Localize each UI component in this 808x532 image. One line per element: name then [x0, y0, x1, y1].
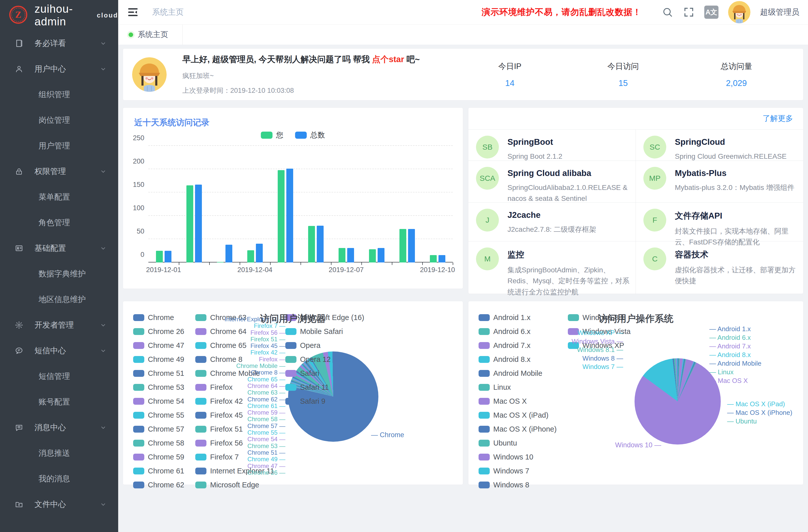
menu-fold-icon[interactable] [127, 6, 139, 18]
bar-您[interactable] [400, 229, 406, 262]
learn-more-link[interactable]: 了解更多 [763, 113, 793, 124]
sidebar-item-消息推送[interactable]: 消息推送 [0, 440, 118, 466]
bar-总数[interactable] [286, 169, 293, 262]
tech-title: Spring Cloud alibaba [508, 168, 629, 178]
legend-item-Safari 9[interactable]: Safari 9 [285, 397, 364, 405]
bar-总数[interactable] [256, 244, 263, 262]
bar-您[interactable] [186, 185, 193, 262]
sidebar-item-菜单配置[interactable]: 菜单配置 [0, 184, 118, 210]
legend-item-Mac OS X (iPhone)[interactable]: Mac OS X (iPhone) [479, 425, 557, 433]
legend-item-Safari 11[interactable]: Safari 11 [285, 383, 364, 391]
tech-card-文件存储API[interactable]: F文件存储API封装文件接口，实现本地存储、阿里云、FastDFS存储的配置化 [636, 203, 803, 241]
bar-您[interactable] [247, 250, 254, 262]
visit-chart-title: 近十天系统访问记录 [134, 117, 209, 128]
bar-总数[interactable] [378, 248, 384, 262]
bar-您[interactable] [430, 255, 437, 262]
legend-label: Mac OS X [493, 397, 527, 405]
slice-label-Windows 8: Windows 8 — [512, 354, 623, 363]
tech-card-J2cache[interactable]: JJ2cacheJ2cache2.7.8: 二级缓存框架 [469, 203, 636, 241]
sidebar-item-短信中心[interactable]: 短信中心 [0, 338, 118, 363]
bar-您[interactable] [308, 226, 315, 262]
tech-card-容器技术[interactable]: C容器技术虚拟化容器技术，让迁移、部署更加方便快捷 [636, 241, 803, 294]
bar-您[interactable] [338, 248, 345, 262]
slice-label-Firefox 56: Firefox 56 — [171, 329, 285, 336]
legend-item-Safari[interactable]: Safari [285, 369, 364, 378]
legend-swatch [133, 412, 144, 419]
sidebar-item-务必详看[interactable]: 务必详看 [0, 31, 118, 56]
bar-总数[interactable] [165, 251, 171, 262]
tech-card-监控[interactable]: M监控集成SpringBootAdmin、Zipkin、Redis、Mysql、… [469, 241, 636, 294]
book-icon [15, 39, 23, 48]
sidebar-item-文件中心[interactable]: 文件中心 [0, 491, 118, 517]
sidebar-item-角色管理[interactable]: 角色管理 [0, 210, 118, 235]
sidebar-item-label: 菜单配置 [39, 192, 70, 202]
legend-swatch [261, 132, 273, 139]
star-link[interactable]: 点个star [372, 55, 404, 64]
legend-item-Opera 12[interactable]: Opera 12 [285, 355, 364, 364]
pie-label-cluster: — Android 1.x— Android 6.x— Android 7.x—… [709, 325, 761, 385]
sidebar-item-消息中心[interactable]: 消息中心 [0, 415, 118, 440]
bar-您[interactable] [369, 249, 376, 262]
slice-label-Mac OS X: — Mac OS X [709, 376, 761, 385]
sidebar-item-账号配置[interactable]: 账号配置 [0, 389, 118, 415]
sidebar-item-短信管理[interactable]: 短信管理 [0, 363, 118, 389]
tab-system-home[interactable]: 系统主页 [118, 24, 183, 44]
pie-label-cluster: — Mac OS X (iPad)— Mac OS X (iPhone)— Ub… [727, 400, 792, 425]
bar-您[interactable] [156, 251, 163, 262]
tech-card-Spring Cloud alibaba[interactable]: SCASpring Cloud alibabaSpringCloudAlibab… [469, 161, 636, 203]
bar-group-2019-12-02 [179, 146, 209, 262]
legend-swatch [479, 426, 490, 433]
legend-item-Chrome 62[interactable]: Chrome 62 [133, 481, 184, 489]
legend-swatch [285, 342, 296, 349]
app-logo[interactable]: Z zuihou-admin cloud [0, 0, 118, 31]
slice-label-Android 1.x: — Android 1.x [709, 325, 761, 333]
bar-您[interactable] [217, 262, 224, 262]
legend-item-Microsoft Edge[interactable]: Microsoft Edge [195, 481, 274, 489]
sidebar-item-label: 短信中心 [35, 345, 66, 356]
legend-item-Mobile Safari[interactable]: Mobile Safari [285, 327, 364, 336]
legend-label: Microsoft Edge [210, 481, 259, 489]
sidebar-item-label: 短信管理 [39, 371, 70, 382]
slice-label-Chrome 62: Chrome 62 — [171, 396, 285, 403]
bar-您[interactable] [278, 170, 284, 262]
sidebar-item-权限管理[interactable]: 权限管理 [0, 159, 118, 184]
bar-总数[interactable] [347, 248, 354, 262]
legend-item-Mac OS X (iPad)[interactable]: Mac OS X (iPad) [479, 411, 557, 419]
sidebar-item-基础配置[interactable]: 基础配置 [0, 235, 118, 261]
legend-item-Opera[interactable]: Opera [285, 341, 364, 350]
tech-card-Mybatis-Plus[interactable]: MPMybatis-PlusMybatis-plus 3.2.0：Mybatis… [636, 161, 803, 203]
sidebar-item-用户中心[interactable]: 用户中心 [0, 56, 118, 82]
sidebar-item-地区信息维护[interactable]: 地区信息维护 [0, 287, 118, 312]
legend-item-总数[interactable]: 总数 [295, 130, 325, 140]
tech-card-SpringCloud[interactable]: SCSpringCloudSpring Cloud Greenwich.RELE… [636, 130, 803, 161]
sidebar-item-开发者管理[interactable]: 开发者管理 [0, 312, 118, 338]
bar-总数[interactable] [195, 185, 202, 262]
bar-总数[interactable] [408, 229, 415, 262]
greeting-title-tail: 吧~ [404, 55, 420, 64]
tech-card-SpringBoot[interactable]: SBSpringBootSpring Boot 2.1.2 [469, 130, 636, 161]
pie-访问用户操作系统[interactable] [635, 358, 721, 444]
sidebar-item-数据字典维护[interactable]: 数据字典维护 [0, 261, 118, 287]
fullscreen-icon[interactable] [683, 6, 695, 18]
user-avatar[interactable] [728, 1, 750, 23]
sidebar-item-我的消息[interactable]: 我的消息 [0, 466, 118, 491]
legend-item-Linux[interactable]: Linux [479, 383, 557, 391]
bar-group-2019-12-05 [270, 146, 300, 262]
bar-总数[interactable] [317, 226, 324, 262]
sidebar-item-用户管理[interactable]: 用户管理 [0, 133, 118, 159]
legend-item-Windows 8[interactable]: Windows 8 [479, 481, 557, 489]
search-icon[interactable] [662, 6, 673, 18]
sidebar-item-岗位管理[interactable]: 岗位管理 [0, 107, 118, 133]
legend-item-Windows 10[interactable]: Windows 10 [479, 453, 557, 461]
bar-总数[interactable] [439, 255, 445, 262]
legend-item-Windows 7[interactable]: Windows 7 [479, 467, 557, 475]
translate-button[interactable]: A文 [704, 5, 718, 19]
legend-item-Ubuntu[interactable]: Ubuntu [479, 439, 557, 447]
legend-item-您[interactable]: 您 [261, 130, 283, 140]
chevron-down-icon [99, 500, 107, 508]
legend-item-Mac OS X[interactable]: Mac OS X [479, 397, 557, 405]
legend-label: Android 1.x [493, 313, 531, 322]
legend-item-Android 1.x[interactable]: Android 1.x [479, 313, 557, 322]
sidebar-item-组织管理[interactable]: 组织管理 [0, 82, 118, 107]
bar-总数[interactable] [225, 245, 232, 262]
